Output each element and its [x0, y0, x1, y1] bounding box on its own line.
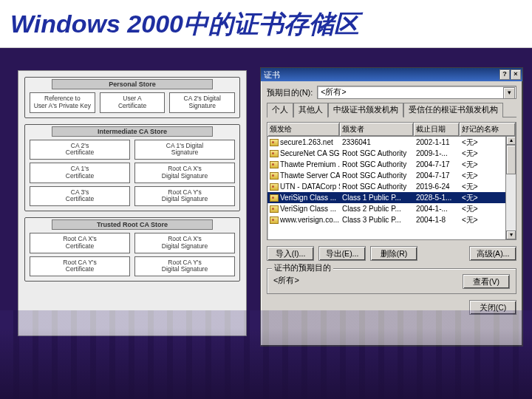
dialog-title: 证书	[264, 69, 280, 81]
store-cell: Root CA Y's Certificate	[30, 256, 130, 277]
scroll-up-icon[interactable]: ▴	[506, 136, 516, 145]
table-row[interactable]: secure1.263.net23360412002-1-11<无>	[267, 137, 516, 148]
store-box: Personal StoreReference to User A's Priv…	[24, 77, 240, 118]
certificate-list[interactable]: 颁发给 颁发者 截止日期 好记的名称 secure1.263.net233604…	[267, 122, 516, 240]
store-title: Intermediate CA Store	[52, 126, 213, 137]
purpose-value: <所有>	[321, 87, 346, 98]
tab-0[interactable]: 个人	[267, 103, 293, 117]
store-cell: Root CA Y's Digital Signature	[134, 256, 235, 277]
store-cell: CA 2's Certificate	[30, 140, 130, 160]
page-title: Windows 2000中的证书存储区	[0, 0, 532, 48]
store-cell: CA 1's Digital Signature	[134, 140, 235, 160]
store-title: Personal Store	[52, 79, 213, 89]
close-icon[interactable]: ×	[511, 69, 521, 80]
store-cell: Root CA Y's Digital Signature	[134, 186, 235, 207]
purpose-dropdown[interactable]: <所有>	[317, 86, 516, 99]
store-row: Root CA X's CertificateRoot CA X's Digit…	[30, 233, 235, 253]
store-row: Reference to User A's Private KeyUser A …	[30, 92, 235, 113]
col-friendly[interactable]: 好记的名称	[460, 123, 516, 136]
certificate-icon	[270, 139, 279, 146]
scrollbar[interactable]: ▴ ▾	[505, 136, 516, 239]
advanced-button[interactable]: 高级(A)...	[469, 246, 516, 261]
certificate-icon	[270, 150, 279, 157]
certificate-icon	[270, 216, 279, 224]
certificate-icon	[270, 183, 279, 191]
certificates-dialog: 证书 ? × 预期目的(N): <所有> 个人其他人中级证书颁发机构受信任的根证…	[260, 67, 523, 347]
certificate-icon	[270, 161, 279, 168]
view-button[interactable]: 查看(V)	[463, 274, 510, 289]
store-cell: Reference to User A's Private Key	[30, 92, 95, 113]
tab-1[interactable]: 其他人	[293, 103, 328, 117]
import-button[interactable]: 导入(I)...	[267, 246, 314, 261]
table-row[interactable]: SecureNet CA SG...Root SGC Authority2009…	[267, 148, 516, 159]
store-cell: User A Certificate	[100, 92, 166, 113]
certificate-icon	[270, 172, 279, 180]
tab-2[interactable]: 中级证书颁发机构	[328, 103, 403, 117]
export-button[interactable]: 导出(E)...	[318, 246, 366, 261]
table-row[interactable]: UTN - DATACorp SGCRoot SGC Authority2019…	[267, 181, 516, 192]
store-cell: CA 2's Digital Signature	[169, 92, 235, 113]
certificate-icon	[270, 205, 279, 213]
purpose-group-legend: 证书的预期目的	[272, 263, 333, 273]
store-cell: CA 3's Certificate	[30, 186, 130, 207]
store-cell: Root CA X's Digital Signature	[134, 163, 235, 183]
store-row: CA 1's CertificateRoot CA X's Digital Si…	[30, 163, 235, 183]
table-row[interactable]: Thawte Server CARoot SGC Authority2004-7…	[267, 170, 516, 181]
tabstrip: 个人其他人中级证书颁发机构受信任的根证书颁发机构	[267, 102, 516, 117]
store-diagram: Personal StoreReference to User A's Priv…	[18, 70, 247, 336]
scroll-down-icon[interactable]: ▾	[506, 231, 516, 239]
tab-3[interactable]: 受信任的根证书颁发机构	[403, 103, 503, 117]
store-cell: CA 1's Certificate	[30, 163, 130, 183]
help-icon[interactable]: ?	[499, 69, 510, 80]
col-issued-to[interactable]: 颁发给	[267, 123, 340, 136]
list-header: 颁发给 颁发者 截止日期 好记的名称	[267, 123, 516, 137]
col-expiry[interactable]: 截止日期	[414, 123, 460, 136]
col-issued-by[interactable]: 颁发者	[340, 123, 414, 136]
background-decoration	[0, 310, 532, 399]
table-row[interactable]: www.verisign.co...Class 3 Public P...200…	[267, 214, 516, 225]
table-row[interactable]: VeriSign Class ...Class 1 Public P...202…	[267, 192, 516, 203]
store-row: Root CA Y's CertificateRoot CA Y's Digit…	[30, 256, 235, 277]
table-row[interactable]: Thawte Premium ...Root SGC Authority2004…	[267, 159, 516, 170]
titlebar: 证书 ? ×	[261, 68, 522, 81]
purpose-group: 证书的预期目的 <所有> 查看(V)	[267, 268, 516, 294]
store-title: Trusted Root CA Store	[52, 219, 213, 230]
store-cell: Root CA X's Digital Signature	[134, 233, 235, 253]
purpose-label: 预期目的(N):	[267, 87, 313, 98]
store-row: CA 2's CertificateCA 1's Digital Signatu…	[30, 140, 235, 160]
store-cell: Root CA X's Certificate	[30, 233, 130, 253]
store-box: Intermediate CA StoreCA 2's CertificateC…	[24, 124, 240, 212]
store-row: CA 3's CertificateRoot CA Y's Digital Si…	[30, 186, 235, 207]
table-row[interactable]: VeriSign Class ...Class 2 Public P...200…	[267, 203, 516, 214]
store-box: Trusted Root CA StoreRoot CA X's Certifi…	[24, 217, 240, 282]
certificate-icon	[270, 194, 279, 202]
scroll-thumb[interactable]	[506, 145, 516, 174]
remove-button[interactable]: 删除(R)	[370, 246, 417, 261]
